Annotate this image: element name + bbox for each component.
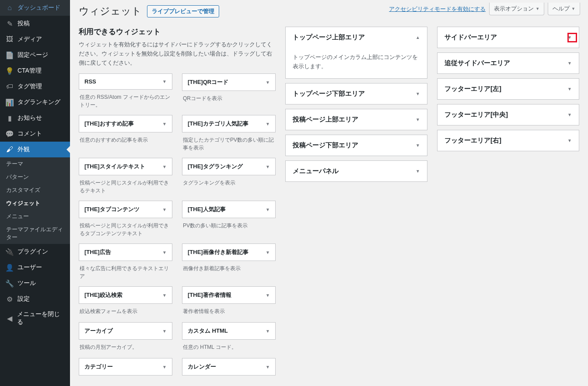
widget-area[interactable]: フッターエリア[右]▼ [437, 130, 579, 151]
sidebar-item-tool[interactable]: 🔧ツール [0, 275, 70, 291]
sidebar-item-tag[interactable]: 🏷タグ管理 [0, 79, 70, 94]
page-icon: 📄 [5, 51, 14, 59]
widget-area-desc: トップページのメインカラム上部にコンテンツを表示します。 [285, 48, 427, 79]
sidebar-item-comment[interactable]: 💬コメント [0, 126, 70, 142]
widget-area[interactable]: トップページ上部エリア▲ [285, 27, 427, 48]
widget-item[interactable]: [THE]タグランキング▼ [182, 158, 276, 175]
widget-area[interactable]: 投稿ページ下部エリア▼ [285, 135, 427, 156]
sidebar-item-plugin[interactable]: 🔌プラグイン [0, 244, 70, 260]
widget-desc: 画像付き新着記事を表示 [182, 261, 276, 275]
chevron-down-icon: ▼ [162, 365, 167, 369]
widget-name: [THE]スタイルテキスト [84, 163, 145, 170]
chevron-down-icon: ▼ [266, 164, 270, 169]
widget-area-name: メニューパネル [293, 167, 339, 175]
sidebar-item-appearance[interactable]: 🖌外観 [0, 142, 70, 157]
widget-item[interactable]: [THE]おすすめ記事▼ [79, 115, 172, 132]
widget-name: カレンダー [188, 363, 216, 371]
chevron-down-icon: ▼ [266, 293, 270, 298]
widget-desc: 著作者情報を表示 [182, 304, 276, 318]
widget-area-name: トップページ上部エリア [293, 33, 365, 42]
widget-item[interactable]: カスタム HTML▼ [182, 322, 276, 340]
sidebar-item-settings[interactable]: ⚙設定 [0, 291, 70, 307]
accessibility-link[interactable]: アクセシビリティモードを有効にする [389, 5, 486, 13]
widget-item[interactable]: [THE]著作者情報▼ [182, 286, 276, 304]
widget-name: カテゴリー [84, 363, 113, 371]
sidebar-sub-item[interactable]: パターン [0, 170, 70, 184]
widget-item[interactable]: [THE]絞込検索▼ [79, 286, 172, 304]
bulb-icon: 💡 [5, 66, 14, 75]
sidebar-item-label: タグランキング [18, 98, 60, 106]
sidebar-item-label: ツール [18, 279, 36, 287]
widget-area[interactable]: 追従サイドバーエリア▼ [437, 52, 579, 74]
widget-desc: 投稿の月別アーカイブ。 [79, 340, 172, 354]
live-preview-button[interactable]: ライブプレビューで管理 [147, 5, 219, 17]
sidebar-item-page[interactable]: 📄固定ページ [0, 47, 70, 63]
widget-item[interactable]: [THE]QRコード▼ [182, 73, 276, 91]
sidebar-sub-item[interactable]: テーマ [0, 157, 70, 170]
sidebar-item-label: 投稿 [18, 20, 30, 28]
widget-item[interactable]: [THE]人気記事▼ [182, 201, 276, 218]
sidebar-item-label: お知らせ [18, 114, 42, 122]
sidebar-sub-item[interactable]: メニュー [0, 210, 70, 223]
widget-area[interactable]: 投稿ページ上部エリア▼ [285, 109, 427, 130]
widget-name: [THE]カテゴリ人気記事 [188, 120, 248, 128]
widget-item[interactable]: カレンダー▼ [182, 358, 276, 376]
widget-desc [79, 376, 172, 386]
widget-item[interactable]: アーカイブ▼ [79, 322, 172, 340]
sidebar-item-collapse[interactable]: ◀メニューを閉じる [0, 307, 70, 330]
sidebar-item-label: ダッシュボード [18, 4, 60, 12]
widget-area[interactable]: サイドバーエリア▼ [437, 27, 579, 48]
widget-item[interactable]: [THE]タブコンテンツ▼ [79, 201, 172, 218]
widget-desc: 絞込検索フォームを表示 [79, 304, 172, 318]
sidebar-item-label: CTA管理 [18, 67, 42, 75]
sidebar-item-dashboard[interactable]: ⌂ダッシュボード [0, 0, 70, 16]
sidebar-item-rank[interactable]: 📊タグランキング [0, 94, 70, 110]
sidebar-item-label: 固定ページ [18, 51, 48, 59]
widget-name: [THE]広告 [84, 248, 111, 256]
comment-icon: 💬 [5, 129, 14, 138]
chevron-down-icon: ▼ [266, 250, 270, 255]
sidebar-item-label: メニューを閉じる [17, 310, 65, 326]
widget-area[interactable]: メニューパネル▼ [285, 160, 427, 182]
help-tab[interactable]: ヘルプ▼ [548, 3, 580, 15]
sidebar-item-user[interactable]: 👤ユーザー [0, 260, 70, 275]
screen-options-tab[interactable]: 表示オプション▼ [489, 3, 544, 15]
widget-item[interactable]: RSS▼ [79, 73, 172, 90]
sidebar-item-news[interactable]: ▮お知らせ [0, 110, 70, 126]
widget-area[interactable]: フッターエリア[左]▼ [437, 78, 579, 100]
widget-desc: PV数の多い順に記事を表示 [182, 218, 276, 232]
widget-item[interactable]: [THE]画像付き新着記事▼ [182, 243, 276, 261]
sidebar-sub-item[interactable]: テーマファイルエディター [0, 223, 70, 244]
sidebar-item-label: プラグイン [18, 248, 48, 256]
widget-area-name: トップページ下部エリア [293, 90, 365, 98]
widget-item[interactable]: [THE]スタイルテキスト▼ [79, 158, 172, 175]
chevron-down-icon: ▼ [567, 87, 572, 91]
appearance-icon: 🖌 [5, 145, 14, 154]
chevron-down-icon: ▼ [416, 117, 420, 122]
sidebar-sub-item[interactable]: カスタマイズ [0, 184, 70, 197]
sidebar-item-label: コメント [18, 130, 42, 138]
widget-item[interactable]: [THE]カテゴリ人気記事▼ [182, 115, 276, 132]
media-icon: 🖼 [5, 35, 14, 44]
widget-item[interactable]: [THE]広告▼ [79, 243, 172, 261]
chevron-down-icon: ▼ [162, 207, 167, 212]
tag-icon: 🏷 [5, 82, 14, 91]
widget-desc: 投稿ページと同じスタイルが利用できるタブコンテンツテキスト [79, 218, 172, 239]
widget-name: [THE]タグランキング [188, 163, 243, 170]
widget-area[interactable]: フッターエリア[中央]▼ [437, 104, 579, 125]
sidebar-item-bulb[interactable]: 💡CTA管理 [0, 63, 70, 79]
widget-area[interactable]: トップページ下部エリア▼ [285, 83, 427, 104]
widget-area-name: フッターエリア[中央] [444, 111, 508, 119]
user-icon: 👤 [5, 263, 14, 272]
sidebar-sub-item[interactable]: ウィジェット [0, 197, 70, 210]
chevron-down-icon: ▼ [567, 61, 572, 66]
chevron-down-icon: ▼ [162, 250, 167, 255]
widget-name: カスタム HTML [188, 327, 228, 335]
sidebar-item-label: 外観 [18, 146, 30, 153]
widget-desc: タグランキングを表示 [182, 175, 276, 189]
sidebar-item-media[interactable]: 🖼メディア [0, 31, 70, 47]
available-widgets-desc: ウィジェットを有効化するにはサイドバーにドラッグするかクリックしてください。ウィ… [79, 40, 276, 67]
sidebar-item-pin[interactable]: ✎投稿 [0, 16, 70, 31]
widget-item[interactable]: カテゴリー▼ [79, 358, 172, 376]
widget-area-name: 投稿ページ上部エリア [293, 115, 358, 124]
